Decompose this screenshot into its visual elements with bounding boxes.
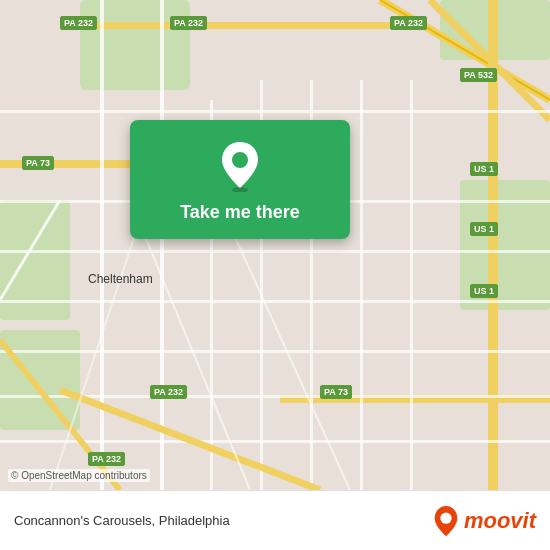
- svg-point-34: [232, 152, 248, 168]
- moovit-pin-icon: [432, 505, 460, 537]
- route-badge-pa73-lower: PA 73: [320, 385, 352, 399]
- route-badge-pa232-bottom: PA 232: [88, 452, 125, 466]
- map-background: PA 232 PA 232 PA 232 PA 532 PA 73 US 1 U…: [0, 0, 550, 550]
- route-badge-pa232-top: PA 232: [170, 16, 207, 30]
- svg-rect-11: [60, 22, 410, 29]
- route-badge-pa532: PA 532: [460, 68, 497, 82]
- cta-overlay[interactable]: Take me there: [130, 120, 350, 239]
- cheltenham-label: Cheltenham: [88, 272, 153, 286]
- route-badge-us1-top: US 1: [470, 162, 498, 176]
- svg-rect-24: [0, 350, 550, 353]
- svg-rect-14: [160, 0, 164, 490]
- svg-rect-22: [0, 250, 550, 253]
- location-pin-icon: [218, 140, 262, 192]
- route-badge-pa232-top2: PA 232: [60, 16, 97, 30]
- svg-rect-23: [0, 300, 550, 303]
- moovit-app-name: moovit: [464, 508, 536, 534]
- moovit-logo: moovit: [432, 505, 536, 537]
- svg-point-35: [440, 512, 451, 523]
- copyright-text: © OpenStreetMap contributors: [8, 469, 150, 482]
- place-name: Concannon's Carousels, Philadelphia: [14, 513, 230, 528]
- svg-rect-13: [100, 0, 104, 490]
- route-badge-pa232-top3: PA 232: [390, 16, 427, 30]
- svg-rect-20: [0, 110, 550, 113]
- route-badge-pa73-left: PA 73: [22, 156, 54, 170]
- bottom-bar: Concannon's Carousels, Philadelphia moov…: [0, 490, 550, 550]
- route-badge-pa232-lower: PA 232: [150, 385, 187, 399]
- map-container: PA 232 PA 232 PA 232 PA 532 PA 73 US 1 U…: [0, 0, 550, 550]
- svg-rect-19: [410, 80, 413, 490]
- svg-rect-1: [80, 0, 190, 90]
- take-me-there-label: Take me there: [180, 202, 300, 223]
- svg-rect-18: [360, 80, 363, 490]
- route-badge-us1-bot: US 1: [470, 284, 498, 298]
- svg-rect-4: [0, 330, 80, 430]
- route-badge-us1-mid: US 1: [470, 222, 498, 236]
